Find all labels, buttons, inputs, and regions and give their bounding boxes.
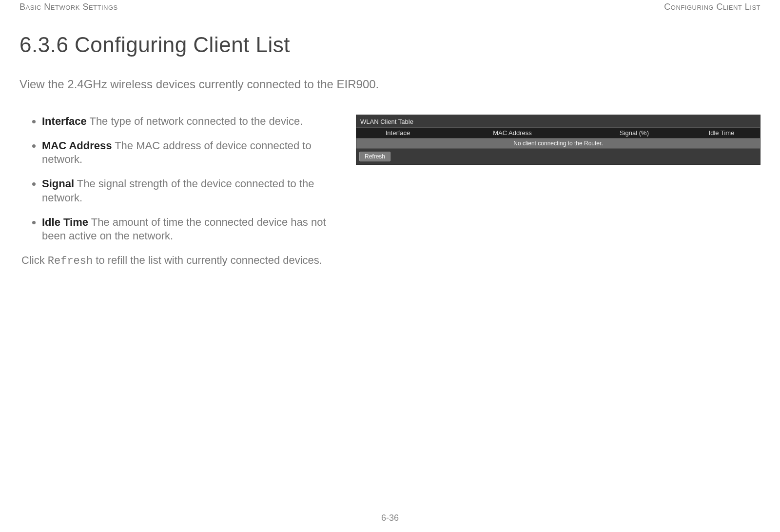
page-number: 6-36	[381, 513, 399, 523]
page-header: Basic Network Settings Configuring Clien…	[20, 0, 760, 12]
refresh-instruction: Click Refresh to refill the list with cu…	[21, 254, 345, 268]
section-lead: View the 2.4GHz wireless devices current…	[20, 78, 760, 91]
col-header-interface: Interface	[356, 128, 439, 138]
col-header-mac: MAC Address	[439, 128, 585, 138]
wlan-client-panel: WLAN Client Table Interface MAC Address …	[356, 115, 760, 165]
term-idle-time: Idle Time	[42, 216, 88, 228]
list-item: Idle Time The amount of time the connect…	[42, 216, 345, 243]
list-item: MAC Address The MAC address of device co…	[42, 139, 345, 166]
wlan-empty-message: No client connecting to the Router.	[356, 138, 760, 149]
desc-signal: The signal strength of the device connec…	[42, 177, 314, 203]
header-left: Basic Network Settings	[20, 2, 118, 12]
definition-list: Interface The type of network connected …	[20, 115, 345, 243]
desc-interface: The type of network connected to the dev…	[89, 115, 303, 127]
list-item: Signal The signal strength of the device…	[42, 177, 345, 204]
wlan-table-header: Interface MAC Address Signal (%) Idle Ti…	[356, 127, 760, 138]
refresh-instruction-suffix: to refill the list with currently connec…	[93, 254, 322, 266]
section-title: 6.3.6 Configuring Client List	[20, 33, 760, 57]
wlan-panel-title: WLAN Client Table	[356, 115, 760, 127]
term-mac-address: MAC Address	[42, 139, 112, 152]
term-signal: Signal	[42, 177, 74, 190]
term-interface: Interface	[42, 115, 87, 127]
refresh-button[interactable]: Refresh	[359, 152, 390, 161]
refresh-code: Refresh	[48, 255, 93, 267]
refresh-instruction-prefix: Click	[21, 254, 48, 266]
list-item: Interface The type of network connected …	[42, 115, 345, 128]
header-right: Configuring Client List	[664, 2, 760, 12]
col-header-signal: Signal (%)	[585, 128, 683, 138]
col-header-idle: Idle Time	[683, 128, 760, 138]
